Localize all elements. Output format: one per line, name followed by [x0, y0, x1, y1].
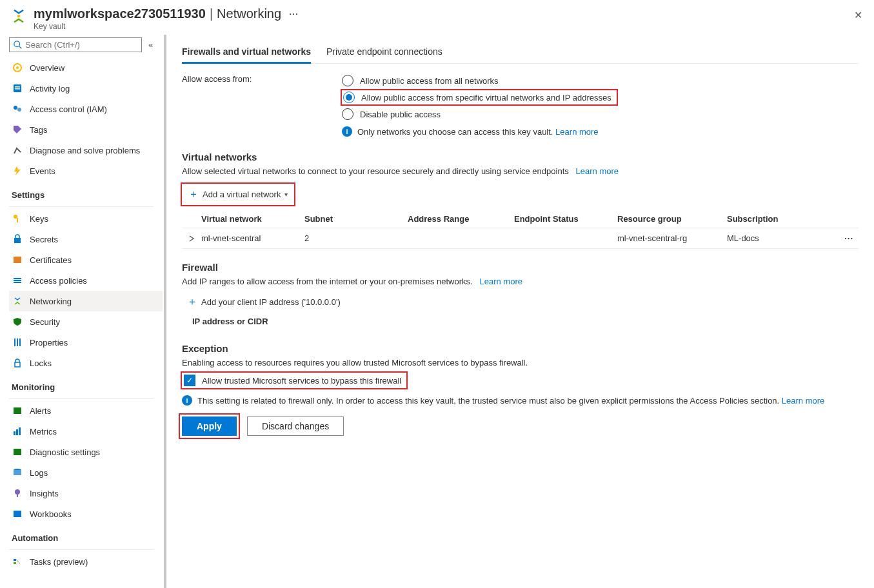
nav-tasks[interactable]: Tasks (preview) [9, 551, 163, 572]
resource-type: Key vault [34, 22, 851, 31]
svg-rect-11 [17, 218, 18, 222]
keys-icon [12, 213, 23, 224]
svg-rect-19 [19, 338, 21, 346]
nav-group-settings: Settings [9, 181, 163, 204]
svg-rect-7 [15, 88, 20, 90]
exception-section-title: Exception [182, 343, 859, 354]
nav-security[interactable]: Security [9, 311, 163, 332]
nav-access-control[interactable]: Access control (IAM) [9, 99, 163, 119]
nav-secrets[interactable]: Secrets [9, 229, 163, 250]
access-info-text: Only networks you choose can access this… [357, 127, 553, 137]
svg-line-2 [19, 46, 22, 48]
radio-specific-networks-label: Allow public access from specific virtua… [361, 93, 611, 103]
nav-activity-log[interactable]: Activity log [9, 78, 163, 99]
cell-sub: ML-docs [727, 233, 820, 243]
svg-rect-6 [15, 86, 20, 88]
nav-properties[interactable]: Properties [9, 332, 163, 353]
cell-vnet: ml-vnet-scentral [201, 233, 304, 243]
nav-group-monitoring: Monitoring [9, 373, 163, 396]
svg-rect-15 [14, 280, 21, 281]
nav-keys[interactable]: Keys [9, 208, 163, 229]
svg-rect-12 [14, 238, 21, 243]
search-input[interactable] [25, 40, 137, 50]
info-icon: i [342, 126, 352, 137]
nav-certificates[interactable]: Certificates [9, 250, 163, 270]
overview-icon [12, 62, 23, 74]
exception-learn-more-link[interactable]: Learn more [782, 396, 824, 406]
keyvault-icon [9, 6, 28, 26]
security-icon [12, 316, 23, 328]
nav-diagnose[interactable]: Diagnose and solve problems [9, 140, 163, 161]
nav-group-automation: Automation [9, 524, 163, 547]
exception-info-text: This setting is related to firewall only… [197, 396, 779, 406]
radio-disable-access-label: Disable public access [360, 110, 441, 119]
resource-title: mymlworkspace2730511930 [34, 6, 206, 21]
radio-specific-networks[interactable] [343, 92, 355, 103]
trusted-services-label: Allow trusted Microsoft services to bypa… [202, 376, 401, 386]
cell-subnet: 2 [304, 233, 408, 243]
svg-rect-24 [19, 427, 21, 435]
plus-icon: ＋ [187, 295, 197, 309]
svg-rect-23 [16, 429, 18, 435]
row-more-button[interactable]: ··· [820, 233, 859, 243]
iam-icon [12, 103, 23, 115]
search-input-container[interactable] [9, 37, 142, 52]
vnet-desc: Allow selected virtual networks to conne… [182, 166, 569, 176]
svg-rect-13 [14, 257, 21, 263]
radio-disable-access[interactable] [342, 108, 353, 120]
nav-metrics[interactable]: Metrics [9, 421, 163, 442]
access-policies-icon [12, 275, 23, 286]
svg-rect-16 [14, 282, 21, 283]
nav-diagnostic-settings[interactable]: Diagnostic settings [9, 442, 163, 462]
nav-workbooks[interactable]: Workbooks [9, 504, 163, 524]
svg-rect-30 [14, 511, 21, 517]
tags-icon [12, 124, 23, 135]
close-button[interactable]: ✕ [851, 6, 865, 24]
svg-rect-18 [17, 338, 18, 346]
svg-rect-17 [14, 338, 15, 346]
exception-desc: Enabling access to resources requires yo… [182, 358, 859, 368]
firewall-desc: Add IP ranges to allow access from the i… [182, 277, 473, 286]
nav-logs[interactable]: Logs [9, 462, 163, 483]
nav-alerts[interactable]: Alerts [9, 400, 163, 421]
access-learn-more-link[interactable]: Learn more [555, 127, 598, 137]
svg-rect-32 [14, 562, 16, 564]
trusted-services-checkbox[interactable]: ✓ [184, 375, 195, 386]
tab-firewalls[interactable]: Firewalls and virtual networks [182, 46, 311, 64]
nav-overview[interactable]: Overview [9, 57, 163, 78]
col-status: Endpoint Status [514, 214, 617, 224]
networking-icon [12, 295, 23, 307]
tab-private-endpoint[interactable]: Private endpoint connections [326, 46, 442, 63]
chevron-down-icon: ▾ [284, 191, 288, 198]
radio-all-networks[interactable] [342, 75, 353, 86]
firewall-learn-more-link[interactable]: Learn more [479, 277, 522, 286]
svg-rect-29 [17, 495, 18, 497]
logs-icon [12, 467, 23, 478]
header-more-icon[interactable]: ··· [289, 9, 299, 19]
add-vnet-button[interactable]: ＋ Add a virtual network ▾ [182, 184, 294, 205]
table-row[interactable]: ml-vnet-scentral 2 ml-vnet-scentral-rg M… [182, 228, 859, 249]
properties-icon [12, 337, 23, 348]
apply-button[interactable]: Apply [182, 416, 237, 436]
discard-button[interactable]: Discard changes [247, 416, 344, 436]
collapse-sidebar-button[interactable]: « [148, 40, 150, 50]
nav-events[interactable]: Events [9, 161, 163, 181]
svg-point-4 [16, 66, 19, 69]
svg-line-33 [16, 560, 20, 564]
svg-rect-31 [14, 559, 16, 561]
svg-rect-20 [15, 362, 20, 367]
nav-networking[interactable]: Networking [9, 291, 163, 311]
svg-point-0 [17, 15, 21, 18]
nav-locks[interactable]: Locks [9, 353, 163, 373]
nav-insights[interactable]: Insights [9, 483, 163, 504]
nav-access-policies[interactable]: Access policies [9, 270, 163, 291]
add-client-ip-button[interactable]: Add your client IP address ('10.0.0.0') [201, 297, 341, 307]
events-icon [12, 165, 23, 177]
nav-tags[interactable]: Tags [9, 119, 163, 140]
search-icon [14, 41, 23, 50]
svg-point-9 [17, 108, 21, 112]
expand-row-button[interactable] [182, 235, 201, 242]
vnet-learn-more-link[interactable]: Learn more [576, 166, 619, 176]
firewall-section-title: Firewall [182, 262, 859, 273]
alerts-icon [12, 405, 23, 416]
